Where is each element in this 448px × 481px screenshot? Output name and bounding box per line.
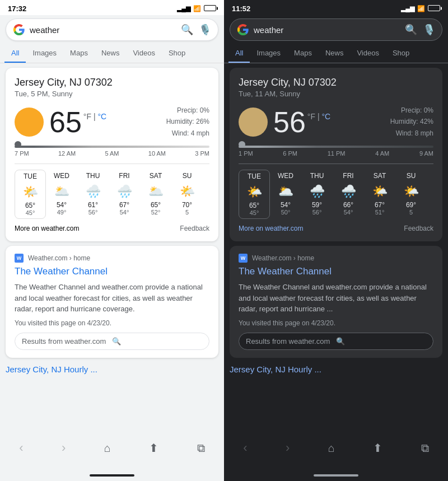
feedback-link-left[interactable]: Feedback bbox=[180, 225, 209, 232]
search-query-left[interactable]: weather bbox=[30, 25, 176, 35]
feedback-link-right[interactable]: Feedback bbox=[404, 225, 433, 232]
search-query-right[interactable]: weather bbox=[254, 25, 400, 35]
tabs-button-right[interactable]: ⧉ bbox=[414, 438, 436, 458]
result-desc-right: The Weather Channel and weather.com prov… bbox=[239, 282, 433, 315]
share-button-right[interactable]: ⬆ bbox=[366, 438, 389, 458]
temp-display-right: 56 °F | °C bbox=[273, 108, 330, 137]
celsius-link-left[interactable]: °C bbox=[97, 112, 106, 121]
time-left: 17:32 bbox=[8, 4, 26, 13]
source-favicon-right: W bbox=[239, 254, 248, 263]
search-icon-inner-right: 🔍 bbox=[336, 337, 426, 345]
more-link-right[interactable]: More on weather.com bbox=[239, 225, 303, 232]
daily-forecast-left: TUE 🌤️ 65° 45° WED 🌥️ 54° 49° THU 🌧️ 61°… bbox=[15, 164, 209, 219]
day-wed-right: WED 🌥️ 54° 50° bbox=[270, 170, 301, 219]
tl-3-right: 11 PM bbox=[328, 150, 346, 157]
forward-button-left[interactable]: › bbox=[55, 437, 72, 459]
mic-icon-left[interactable]: 🎙️ bbox=[199, 24, 211, 36]
home-button-right[interactable]: ⌂ bbox=[321, 438, 342, 458]
humidity-left: Humidity: 26% bbox=[166, 116, 209, 127]
result-desc-left: The Weather Channel and weather.com prov… bbox=[15, 282, 209, 315]
day-su-left: SU 🌤️ 70° 5 bbox=[171, 170, 203, 219]
search-bar-left[interactable]: weather 🔍 🎙️ bbox=[6, 18, 218, 41]
tab-shop-right[interactable]: Shop bbox=[386, 44, 416, 63]
weather-footer-left: More on weather.com Feedback bbox=[15, 225, 209, 232]
source-domain-right: Weather.com › home bbox=[252, 254, 314, 262]
weather-details-right: Precip: 0% Humidity: 42% Wind: 8 mph bbox=[390, 105, 433, 139]
camera-icon-right[interactable]: 🔍 bbox=[405, 24, 417, 36]
tl-2-right: 6 PM bbox=[283, 150, 297, 157]
timeline-labels-right: 1 PM 6 PM 11 PM 4 AM 9 AM bbox=[239, 150, 433, 157]
weather-subtitle-left: Tue, 5 PM, Sunny bbox=[15, 90, 209, 98]
tab-videos-left[interactable]: Videos bbox=[126, 44, 162, 63]
mic-icon-right[interactable]: 🎙️ bbox=[423, 24, 435, 36]
timeline-right: 1 PM 6 PM 11 PM 4 AM 9 AM bbox=[239, 146, 433, 157]
bottom-nav-right: ‹ › ⌂ ⬆ ⧉ bbox=[224, 432, 448, 470]
temp-number-left: 65 bbox=[49, 108, 82, 137]
precip-left: Precip: 0% bbox=[166, 105, 209, 116]
weather-details-left: Precip: 0% Humidity: 26% Wind: 4 mph bbox=[166, 105, 209, 139]
signal-icon-right: ▂▄▆ bbox=[401, 5, 414, 12]
weather-left-right: 56 °F | °C bbox=[239, 108, 330, 137]
status-bar-left: 17:32 ▂▄▆ 📶 bbox=[0, 0, 224, 15]
tab-all-right[interactable]: All bbox=[228, 44, 250, 63]
weather-card-right: Jersey City, NJ 07302 Tue, 11 AM, Sunny … bbox=[230, 68, 442, 241]
tabs-right: All Images Maps News Videos Shop bbox=[224, 44, 448, 63]
tl-5-right: 9 AM bbox=[419, 150, 433, 157]
result-source-left: W Weather.com › home bbox=[15, 254, 209, 263]
timeline-left: 7 PM 12 AM 5 AM 10 AM 3 PM bbox=[15, 146, 209, 157]
weather-footer-right: More on weather.com Feedback bbox=[239, 225, 433, 232]
search-icons-left: 🔍 🎙️ bbox=[181, 24, 211, 36]
day-wed-left: WED 🌥️ 54° 49° bbox=[46, 170, 77, 219]
precip-right: Precip: 0% bbox=[390, 105, 433, 116]
source-favicon-left: W bbox=[15, 254, 24, 263]
sub-link-left[interactable]: Jersey City, NJ Hourly ... bbox=[6, 365, 218, 374]
result-visited-right: You visited this page on 4/23/20. bbox=[239, 319, 433, 327]
forward-button-right[interactable]: › bbox=[279, 437, 296, 459]
result-title-right[interactable]: The Weather Channel bbox=[239, 266, 433, 277]
inner-search-right[interactable]: Results from weather.com 🔍 bbox=[239, 333, 433, 350]
back-button-left[interactable]: ‹ bbox=[12, 437, 30, 459]
tl-1-left: 7 PM bbox=[15, 150, 29, 157]
tabs-button-left[interactable]: ⧉ bbox=[190, 438, 212, 458]
more-link-left[interactable]: More on weather.com bbox=[15, 225, 79, 232]
sun-icon-left bbox=[15, 108, 44, 137]
bottom-nav-left: ‹ › ⌂ ⬆ ⧉ bbox=[0, 432, 224, 470]
tab-images-right[interactable]: Images bbox=[250, 44, 287, 63]
day-tue-right: TUE 🌤️ 65° 45° bbox=[239, 170, 270, 219]
sub-link-container-left: Jersey City, NJ Hourly ... bbox=[0, 365, 224, 379]
day-su-right: SU 🌤️ 69° 5 bbox=[395, 170, 427, 219]
tab-maps-left[interactable]: Maps bbox=[63, 44, 95, 63]
celsius-link-right[interactable]: °C bbox=[321, 112, 330, 121]
tab-news-right[interactable]: News bbox=[319, 44, 351, 63]
battery-right bbox=[428, 4, 440, 13]
tab-images-left[interactable]: Images bbox=[26, 44, 63, 63]
tl-5-left: 3 PM bbox=[195, 150, 209, 157]
wind-right: Wind: 8 mph bbox=[390, 128, 433, 139]
timeline-marker-left bbox=[15, 141, 21, 148]
tl-1-right: 1 PM bbox=[239, 150, 253, 157]
humidity-right: Humidity: 42% bbox=[390, 116, 433, 127]
home-button-left[interactable]: ⌂ bbox=[97, 438, 118, 458]
share-button-left[interactable]: ⬆ bbox=[142, 438, 165, 458]
search-bar-right[interactable]: weather 🔍 🎙️ bbox=[230, 18, 442, 41]
signal-icon-left: ▂▄▆ bbox=[177, 5, 190, 12]
tab-videos-right[interactable]: Videos bbox=[350, 44, 386, 63]
inner-search-left[interactable]: Results from weather.com 🔍 bbox=[15, 333, 209, 350]
temp-unit-right: °F | °C bbox=[307, 112, 330, 121]
result-title-left[interactable]: The Weather Channel bbox=[15, 266, 209, 277]
tab-shop-left[interactable]: Shop bbox=[162, 44, 192, 63]
tl-2-left: 12 AM bbox=[58, 150, 76, 157]
back-button-right[interactable]: ‹ bbox=[236, 437, 254, 459]
search-icons-right: 🔍 🎙️ bbox=[405, 24, 435, 36]
temp-number-right: 56 bbox=[273, 108, 306, 137]
sub-link-right[interactable]: Jersey City, NJ Hourly ... bbox=[230, 365, 442, 374]
temp-unit-left: °F | °C bbox=[83, 112, 106, 121]
camera-icon-left[interactable]: 🔍 bbox=[181, 24, 193, 36]
day-thu-left: THU 🌧️ 61° 56° bbox=[77, 170, 109, 219]
tab-news-left[interactable]: News bbox=[95, 44, 127, 63]
temp-display-left: 65 °F | °C bbox=[49, 108, 106, 137]
wifi-icon-left: 📶 bbox=[193, 5, 201, 12]
time-right: 11:52 bbox=[232, 4, 250, 13]
tab-maps-right[interactable]: Maps bbox=[287, 44, 319, 63]
tab-all-left[interactable]: All bbox=[4, 44, 26, 63]
